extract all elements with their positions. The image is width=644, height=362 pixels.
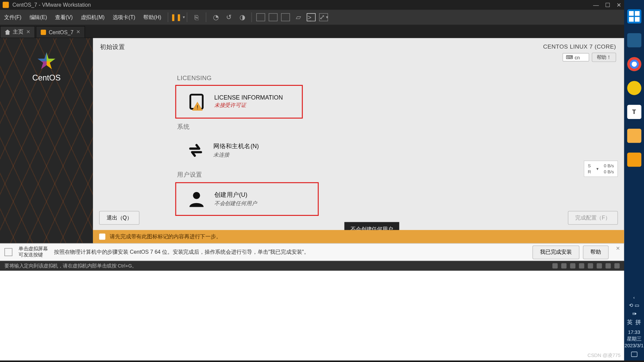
net-rate-s-label: S <box>588 163 591 168</box>
section-heading-user: 用户设置 <box>177 171 459 179</box>
device-icon[interactable] <box>570 263 576 268</box>
battery-icon[interactable]: ▭ <box>635 303 639 308</box>
tray-chevron-icon[interactable]: ‹ <box>633 295 635 300</box>
vm-device-tray <box>552 263 620 268</box>
device-icon[interactable] <box>614 263 620 268</box>
svg-rect-2 <box>629 17 633 22</box>
guest-sidebar: CentOS <box>0 38 93 243</box>
windows-start-icon[interactable] <box>627 9 641 23</box>
tab-vm-label: CentOS_7 <box>49 29 73 35</box>
spoke-user-title: 创建用户(U) <box>214 191 257 199</box>
finish-config-button[interactable]: 完成配置（F） <box>568 211 618 225</box>
vmware-icon[interactable] <box>627 153 641 167</box>
typora-icon[interactable]: T <box>627 105 641 119</box>
device-icon[interactable] <box>552 263 558 268</box>
maximize-button[interactable]: ☐ <box>605 2 610 8</box>
quit-button[interactable]: 退出（Q） <box>99 211 140 225</box>
menu-vm[interactable]: 虚拟机(M) <box>77 13 109 21</box>
wifi-icon[interactable]: ⟲ <box>629 303 633 308</box>
close-icon[interactable]: ✕ <box>76 29 80 35</box>
vm-hint-bar: 单击虚拟屏幕 可发送按键 按照在物理计算机中的步骤安装 CentOS 7 64 … <box>0 243 624 261</box>
csdn-watermark: CSDN @凌775 <box>587 352 621 359</box>
spoke-network[interactable]: 网络和主机名(N) 未连接 <box>175 134 459 166</box>
snapshot-manager-button[interactable]: ◑ <box>237 12 247 22</box>
grab-hint-line1: 单击虚拟屏幕 <box>18 246 48 252</box>
app-icon[interactable] <box>627 33 641 47</box>
spoke-license-title: LICENSE INFORMATION <box>214 94 283 101</box>
menu-help[interactable]: 帮助(H) <box>139 13 165 21</box>
minimize-button[interactable]: ― <box>593 2 599 8</box>
guest-screen[interactable]: 初始设置 CENTOS LINUX 7 (CORE) ⌨ cn 帮助！ LICE… <box>93 38 624 243</box>
windows-system-tray: ‹ ⟲ ▭ 🕪 英 拼 17:33 星期三 2023/3/1 <box>624 295 644 361</box>
menu-view[interactable]: 查看(V) <box>51 13 77 21</box>
device-icon[interactable] <box>579 263 584 268</box>
ime-mode[interactable]: 拼 <box>635 319 641 327</box>
send-ctrl-alt-del-button[interactable]: ⎘ <box>192 12 202 22</box>
warning-icon <box>99 234 105 240</box>
tray-clock[interactable]: 17:33 星期三 2023/3/1 <box>625 329 644 349</box>
pause-button[interactable]: ❚❚▾ <box>173 12 182 22</box>
device-icon[interactable] <box>588 263 593 268</box>
titlebar: CentOS_7 - VMware Workstation ― ☐ ✕ <box>0 0 624 10</box>
stretch-button[interactable]: ▱ <box>293 12 303 22</box>
device-icon[interactable] <box>561 263 567 268</box>
menu-edit[interactable]: 编辑(E) <box>25 13 51 21</box>
tab-strip: 主页 ✕ CentOS_7 ✕ <box>0 25 624 38</box>
network-icon <box>186 141 205 160</box>
home-icon <box>5 29 10 35</box>
status-message: 要将输入定向到该虚拟机，请在虚拟机内部单击或按 Ctrl+G。 <box>4 262 137 269</box>
keyboard-layout-label: cn <box>575 55 580 60</box>
console-button[interactable]: >_ <box>307 13 316 21</box>
tray-date: 2023/3/1 <box>625 343 644 349</box>
volume-icon[interactable]: 🕪 <box>632 311 636 316</box>
view-multi-button[interactable] <box>269 13 277 21</box>
help-button[interactable]: 帮助！ <box>592 53 616 62</box>
menu-tabs[interactable]: 选项卡(T) <box>109 13 139 21</box>
notifications-icon[interactable] <box>631 352 637 357</box>
install-done-button[interactable]: 我已完成安装 <box>532 245 579 259</box>
net-rate-r-value: 0 B/s <box>604 169 614 174</box>
net-rate-r-label: R <box>588 169 591 174</box>
tab-centos7[interactable]: CentOS_7 ✕ <box>36 26 85 38</box>
keyboard-layout-button[interactable]: ⌨ cn <box>563 53 589 61</box>
snapshot-take-button[interactable]: ◔ <box>211 12 221 22</box>
warning-strip: 请先完成带有此图标标记的内容再进行下一步。 <box>93 230 624 243</box>
device-icon[interactable] <box>605 263 611 268</box>
close-icon[interactable]: ✕ <box>616 245 620 259</box>
net-rate-overlay: S R ▾ 0 B/s 0 B/s <box>584 161 618 177</box>
chrome-icon[interactable] <box>627 57 641 71</box>
view-single-button[interactable] <box>256 13 265 21</box>
install-help-button[interactable]: 帮助 <box>583 245 609 259</box>
menu-toolbar-row: 文件(F) 编辑(E) 查看(V) 虚拟机(M) 选项卡(T) 帮助(H) ❚❚… <box>0 10 624 25</box>
page-background: CSDN @凌775 <box>0 271 624 361</box>
work-area: CentOS 初始设置 CENTOS LINUX 7 (CORE) ⌨ cn 帮… <box>0 38 624 243</box>
ime-lang[interactable]: 英 <box>627 319 633 327</box>
section-heading-licensing: LICENSING <box>177 74 459 81</box>
view-unity-button[interactable] <box>281 13 290 21</box>
centos-branding: CentOS <box>0 52 93 83</box>
vm-status-bar: 要将输入定向到该虚拟机，请在虚拟机内部单击或按 Ctrl+G。 <box>0 261 624 271</box>
menu-file[interactable]: 文件(F) <box>0 13 25 21</box>
svg-rect-0 <box>629 11 633 16</box>
spoke-license[interactable]: ! LICENSE INFORMATION 未接受许可证 <box>175 85 303 118</box>
spoke-license-status: 未接受许可证 <box>214 102 283 109</box>
app-icon[interactable] <box>627 81 641 95</box>
svg-text:!: ! <box>197 104 198 111</box>
license-icon: ! <box>187 92 206 111</box>
file-explorer-icon[interactable] <box>627 129 641 143</box>
page-title: 初始设置 <box>100 43 125 51</box>
user-icon <box>187 189 206 209</box>
fullscreen-button[interactable]: ⤢▾ <box>319 13 328 21</box>
section-heading-system: 系统 <box>177 123 459 131</box>
device-icon[interactable] <box>597 263 602 268</box>
close-icon[interactable]: ✕ <box>26 29 30 35</box>
tab-home[interactable]: 主页 ✕ <box>0 26 35 38</box>
centos-brand-text: CentOS <box>32 73 60 82</box>
svg-point-7 <box>193 192 200 199</box>
centos-logo-icon <box>37 52 56 71</box>
grab-hint: 单击虚拟屏幕 可发送按键 <box>18 246 48 258</box>
close-button[interactable]: ✕ <box>616 2 622 8</box>
snapshot-revert-button[interactable]: ↺ <box>224 12 234 22</box>
window-title: CentOS_7 - VMware Workstation <box>12 2 91 8</box>
spoke-network-title: 网络和主机名(N) <box>213 142 259 150</box>
